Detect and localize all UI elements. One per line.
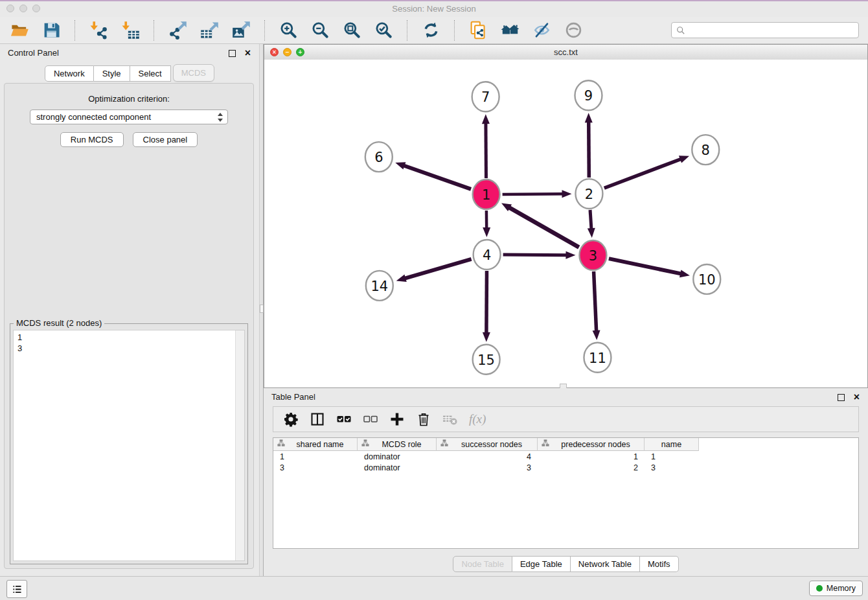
table-float-panel-icon[interactable] <box>838 394 845 401</box>
graph-edge-4-3[interactable] <box>503 251 576 259</box>
import-network-icon <box>89 21 108 40</box>
table-tab-edge-table[interactable]: Edge Table <box>512 556 571 572</box>
graph-node-8[interactable]: 8 <box>692 135 719 165</box>
table-tab-motifs[interactable]: Motifs <box>640 556 679 572</box>
frame-maximize-button[interactable]: + <box>296 48 304 56</box>
vertical-splitter[interactable] <box>259 44 264 577</box>
zoom-in-button[interactable] <box>275 19 301 42</box>
graph-edge-3-10[interactable] <box>609 259 690 277</box>
table-tab-node-table[interactable]: Node Table <box>453 556 512 572</box>
delete-entry-button[interactable] <box>416 411 431 427</box>
table-tab-network-table[interactable]: Network Table <box>571 556 640 572</box>
graph-edge-2-8[interactable] <box>604 156 689 188</box>
frame-minimize-button[interactable]: – <box>283 48 291 56</box>
frame-close-button[interactable]: × <box>270 48 279 56</box>
table-row[interactable]: 1dominator411 <box>273 451 858 462</box>
zoom-fit-button[interactable] <box>339 19 365 42</box>
search-input[interactable] <box>689 25 854 36</box>
graph-node-1[interactable]: 1 <box>473 179 500 209</box>
run-mcds-button[interactable]: Run MCDS <box>60 132 124 147</box>
table-cell[interactable]: dominator <box>358 452 437 461</box>
graph-node-15[interactable]: 15 <box>473 345 500 375</box>
graph-edge-1-7[interactable] <box>482 114 490 178</box>
show-panels-button[interactable] <box>6 580 27 598</box>
export-image-button[interactable] <box>228 19 254 42</box>
table-cell[interactable]: 3 <box>437 463 538 472</box>
result-scrollbar[interactable] <box>235 330 244 560</box>
delete-entry-icon <box>416 411 431 427</box>
criterion-select[interactable]: strongly connected component <box>30 110 228 124</box>
settings-gear-button[interactable] <box>283 411 299 427</box>
control-tab-style[interactable]: Style <box>94 65 130 82</box>
control-tab-select[interactable]: Select <box>130 65 171 82</box>
import-table-button[interactable] <box>117 19 143 42</box>
table-cell[interactable]: dominator <box>358 463 437 472</box>
birds-eye-button[interactable] <box>560 19 586 42</box>
select-all-button[interactable] <box>336 411 352 427</box>
settings-gear-icon <box>283 411 299 427</box>
graph-edge-1-6[interactable] <box>395 162 471 189</box>
control-tab-mcds[interactable]: MCDS <box>173 64 214 82</box>
graph-edge-1-4[interactable] <box>483 211 490 237</box>
graph-node-11[interactable]: 11 <box>584 343 611 373</box>
application-window: Session: New Session Control Panel × Net… <box>0 0 868 600</box>
table-cell[interactable]: 4 <box>437 452 538 461</box>
table-cell[interactable]: 1 <box>538 452 645 461</box>
import-network-button[interactable] <box>86 19 111 42</box>
window-maximize-button[interactable] <box>32 5 40 12</box>
table-cell[interactable]: 1 <box>273 452 358 461</box>
show-hide-button[interactable] <box>529 19 554 42</box>
zoom-out-button[interactable] <box>307 19 333 42</box>
deselect-all-button[interactable] <box>363 411 378 427</box>
memory-button[interactable]: Memory <box>809 581 863 596</box>
float-panel-icon[interactable] <box>229 50 236 57</box>
save-session-button[interactable] <box>38 19 64 42</box>
table-cell[interactable]: 1 <box>645 452 699 461</box>
close-panel-icon[interactable]: × <box>245 46 251 60</box>
graph-edge-4-14[interactable] <box>396 259 472 282</box>
graph-node-2[interactable]: 2 <box>575 179 602 209</box>
graph-edge-2-9[interactable] <box>585 113 593 178</box>
search-box[interactable] <box>671 22 859 38</box>
network-graph[interactable]: 7968124314101511 <box>264 60 867 387</box>
network-canvas[interactable]: 7968124314101511 <box>264 60 867 387</box>
toggle-panel-button[interactable] <box>310 411 325 427</box>
export-network-button[interactable] <box>165 19 190 42</box>
apply-layout-button[interactable] <box>418 19 444 42</box>
table-cell[interactable]: 3 <box>645 463 699 472</box>
column-header-shared-name[interactable]: shared name <box>273 438 358 451</box>
column-header-successor-nodes[interactable]: successor nodes <box>437 438 538 451</box>
graph-node-9[interactable]: 9 <box>575 80 602 110</box>
open-session-button[interactable] <box>6 19 32 42</box>
graph-edge-2-3[interactable] <box>588 210 595 238</box>
table-row[interactable]: 3dominator323 <box>273 462 858 473</box>
graph-node-3[interactable]: 3 <box>579 240 606 270</box>
graph-node-14[interactable]: 14 <box>366 271 393 301</box>
column-header-predecessor-nodes[interactable]: predecessor nodes <box>538 438 645 451</box>
copy-network-style-button[interactable] <box>465 19 491 42</box>
window-minimize-button[interactable] <box>19 5 27 12</box>
graph-edge-4-15[interactable] <box>483 271 490 342</box>
graph-node-10[interactable]: 10 <box>693 264 720 294</box>
column-header-name[interactable]: name <box>645 438 699 451</box>
zoom-selected-button[interactable] <box>371 19 396 42</box>
first-neighbors-button[interactable] <box>497 19 523 42</box>
table-close-panel-icon[interactable]: × <box>854 390 860 404</box>
graph-node-7[interactable]: 7 <box>472 82 499 111</box>
export-table-button[interactable] <box>196 19 222 42</box>
graph-edge-1-2[interactable] <box>503 190 572 198</box>
graph-node-6[interactable]: 6 <box>365 142 393 172</box>
graph-node-4[interactable]: 4 <box>474 240 501 270</box>
table-cell[interactable]: 3 <box>273 463 358 472</box>
network-window-titlebar[interactable]: × – + scc.txt <box>264 45 867 60</box>
column-header-mcds-role[interactable]: MCDS role <box>358 438 437 451</box>
mcds-result-box[interactable]: 13 <box>13 330 245 561</box>
table-cell[interactable]: 2 <box>538 463 645 472</box>
control-tab-network[interactable]: Network <box>45 65 94 82</box>
close-panel-button[interactable]: Close panel <box>133 132 198 147</box>
zoom-out-icon <box>311 21 330 40</box>
graph-edge-3-1[interactable] <box>501 203 579 247</box>
graph-edge-3-11[interactable] <box>593 271 600 340</box>
window-close-button[interactable] <box>6 5 14 12</box>
add-entry-button[interactable] <box>389 411 405 427</box>
